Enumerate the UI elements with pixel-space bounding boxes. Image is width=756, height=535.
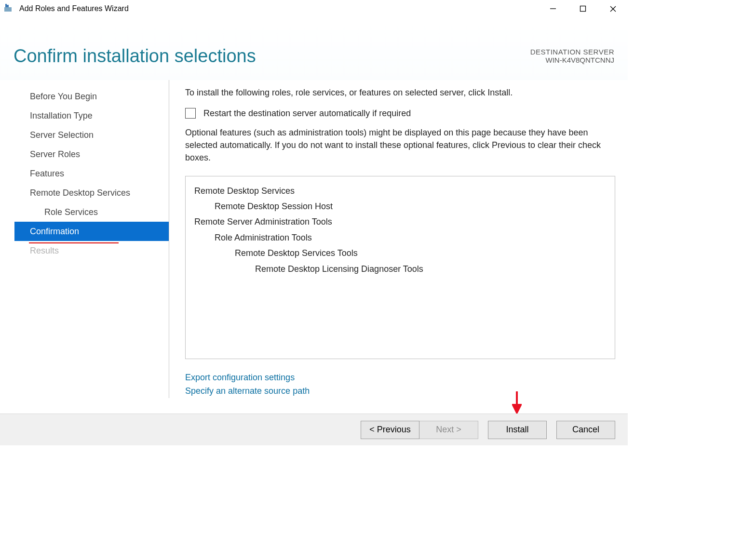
wizard-step-features[interactable]: Features xyxy=(14,164,169,183)
svg-rect-1 xyxy=(7,5,9,7)
server-manager-icon xyxy=(3,3,14,14)
selection-item: Remote Server Administration Tools xyxy=(194,214,606,229)
destination-server-label: DESTINATION SERVER WIN-K4V8QNTCNNJ xyxy=(530,48,614,64)
wizard-content: To install the following roles, role ser… xyxy=(169,80,628,414)
wizard-step-confirmation[interactable]: Confirmation xyxy=(14,222,169,241)
restart-checkbox-label: Restart the destination server automatic… xyxy=(203,108,411,119)
window-controls xyxy=(538,0,628,17)
wizard-step-installation-type[interactable]: Installation Type xyxy=(14,106,169,125)
restart-checkbox[interactable] xyxy=(185,108,196,119)
destination-server-caption: DESTINATION SERVER xyxy=(530,48,614,56)
close-button[interactable] xyxy=(598,1,628,16)
wizard-footer: < Previous Next > Install Cancel xyxy=(0,414,628,445)
selection-item: Remote Desktop Services Tools xyxy=(194,245,606,261)
minimize-button[interactable] xyxy=(538,1,568,16)
wizard-steps-sidebar: Before You BeginInstallation TypeServer … xyxy=(14,80,169,414)
previous-button[interactable]: < Previous xyxy=(361,421,419,439)
selection-item: Remote Desktop Services xyxy=(194,183,606,199)
titlebar: Add Roles and Features Wizard xyxy=(0,0,628,17)
wizard-step-before-you-begin[interactable]: Before You Begin xyxy=(14,87,169,106)
window-title: Add Roles and Features Wizard xyxy=(19,4,129,13)
destination-server-name: WIN-K4V8QNTCNNJ xyxy=(530,56,614,64)
selection-item: Remote Desktop Licensing Diagnoser Tools xyxy=(194,261,606,277)
install-instruction: To install the following roles, role ser… xyxy=(185,87,615,98)
wizard-step-role-services[interactable]: Role Services xyxy=(14,202,169,222)
cancel-button[interactable]: Cancel xyxy=(556,421,615,439)
maximize-button[interactable] xyxy=(568,1,598,16)
wizard-header: Confirm installation selections DESTINAT… xyxy=(0,17,628,80)
page-title: Confirm installation selections xyxy=(14,46,256,67)
install-button[interactable]: Install xyxy=(488,421,547,439)
svg-rect-0 xyxy=(4,7,12,12)
wizard-step-remote-desktop-services[interactable]: Remote Desktop Services xyxy=(14,183,169,202)
export-config-link[interactable]: Export configuration settings xyxy=(185,371,615,385)
optional-features-note: Optional features (such as administratio… xyxy=(185,126,615,164)
svg-rect-2 xyxy=(5,4,7,7)
wizard-step-results: Results xyxy=(14,241,169,260)
selection-item: Role Administration Tools xyxy=(194,230,606,245)
wizard-step-server-selection[interactable]: Server Selection xyxy=(14,125,169,145)
svg-rect-4 xyxy=(580,6,586,12)
next-button: Next > xyxy=(419,421,478,439)
alternate-source-link[interactable]: Specify an alternate source path xyxy=(185,384,615,398)
selection-item: Remote Desktop Session Host xyxy=(194,199,606,214)
selections-list[interactable]: Remote Desktop ServicesRemote Desktop Se… xyxy=(185,176,615,359)
wizard-step-server-roles[interactable]: Server Roles xyxy=(14,145,169,164)
annotation-underline xyxy=(29,242,119,243)
